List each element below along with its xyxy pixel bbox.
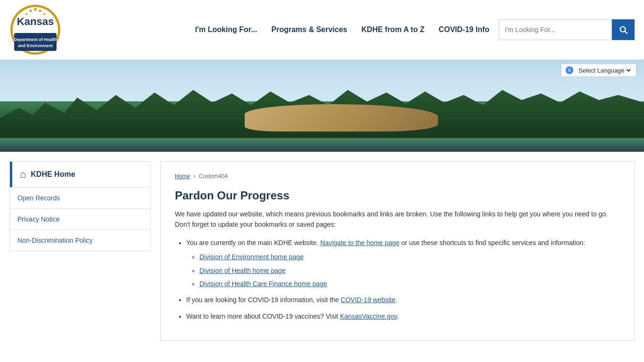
hero-water (0, 129, 644, 152)
sidebar-home[interactable]: ⌂ KDHE Home (10, 162, 150, 187)
hero-image: G Select Language Spanish French (0, 60, 644, 152)
svg-point-8 (43, 13, 45, 15)
google-translate-icon: G (565, 66, 574, 74)
page-title: Pardon Our Progress (175, 189, 620, 202)
svg-text:Department of Health: Department of Health (14, 37, 57, 42)
list-item-1: You are currently on the main KDHE websi… (186, 238, 620, 289)
search-area (499, 19, 635, 40)
content-area: Home › Custom404 Pardon Our Progress We … (160, 161, 635, 341)
search-button[interactable] (612, 19, 635, 40)
sidebar-item-open-records[interactable]: Open Records (10, 188, 150, 208)
kdhe-logo[interactable]: Kansas Department of Health and Environm… (9, 4, 61, 56)
kansas-vaccine-link[interactable]: KansasVaccine.gov (340, 313, 397, 320)
svg-text:and Environment: and Environment (18, 43, 53, 48)
main-container: ⌂ KDHE Home Open Records Privacy Notice … (0, 152, 644, 350)
svg-point-4 (34, 8, 37, 11)
division-health-link[interactable]: Division of Health home page (199, 267, 286, 274)
svg-point-6 (39, 10, 41, 12)
language-selector-bar: G Select Language Spanish French (561, 64, 636, 77)
sidebar-item-non-discrimination[interactable]: Non-Discrimination Policy (10, 230, 150, 251)
sub-list-item-health: Division of Health home page (199, 265, 620, 276)
breadcrumb: Home › Custom404 (175, 173, 620, 180)
svg-text:Kansas: Kansas (17, 16, 54, 27)
sub-list-item-environment: Division of Environment home page (199, 252, 620, 262)
list-item-2: If you are looking for COVID-19 informat… (186, 295, 620, 305)
nav-covid-info[interactable]: COVID-19 Info (438, 25, 489, 34)
list-item-2-text-after: . (396, 296, 397, 304)
svg-point-7 (25, 13, 27, 15)
list-item-2-text-before: If you are looking for COVID-19 informat… (186, 296, 341, 304)
breadcrumb-separator: › (193, 173, 195, 180)
division-healthcare-finance-link[interactable]: Division of Health Care Finance home pag… (199, 280, 327, 288)
language-select[interactable]: Select Language Spanish French (577, 66, 632, 74)
breadcrumb-current: Custom404 (199, 173, 228, 180)
sidebar-item-privacy-notice[interactable]: Privacy Notice (10, 208, 150, 230)
sidebar-home-label: KDHE Home (31, 170, 75, 179)
list-item-3: Want to learn more about COVID-19 vaccin… (186, 311, 620, 321)
sub-list-item-healthcare-finance: Division of Health Care Finance home pag… (199, 279, 620, 289)
svg-text:G: G (568, 68, 571, 73)
list-item-3-text-after: . (397, 313, 399, 320)
navigate-home-link[interactable]: Navigate to the home page (320, 239, 399, 247)
nav-looking-for[interactable]: I'm Looking For... (195, 25, 257, 34)
svg-rect-2 (14, 33, 57, 51)
main-content-list: You are currently on the main KDHE websi… (175, 238, 620, 321)
sidebar: ⌂ KDHE Home Open Records Privacy Notice … (9, 161, 151, 251)
search-input[interactable] (499, 19, 612, 40)
home-icon: ⌂ (20, 168, 26, 181)
search-icon (618, 25, 628, 35)
breadcrumb-home[interactable]: Home (175, 173, 190, 180)
site-header: Kansas Department of Health and Environm… (0, 0, 644, 60)
nav-kdhe-a-to-z[interactable]: KDHE from A to Z (362, 25, 425, 34)
list-item-3-text-before: Want to learn more about COVID-19 vaccin… (186, 313, 340, 320)
list-item-1-text-before: You are currently on the main KDHE websi… (186, 239, 320, 247)
nav-programs[interactable]: Programs & Services (272, 25, 347, 34)
intro-text: We have updated our website, which means… (175, 209, 620, 230)
covid-website-link[interactable]: COVID-19 website (341, 296, 396, 304)
list-item-1-text-after: or use these shortcuts to find specific … (399, 239, 585, 247)
hero-rock (245, 104, 438, 132)
main-nav: I'm Looking For... Programs & Services K… (195, 25, 489, 34)
division-environment-link[interactable]: Division of Environment home page (199, 253, 304, 261)
logo-area[interactable]: Kansas Department of Health and Environm… (9, 4, 61, 56)
sub-list-1: Division of Environment home page Divisi… (186, 252, 620, 289)
svg-point-5 (30, 10, 32, 12)
